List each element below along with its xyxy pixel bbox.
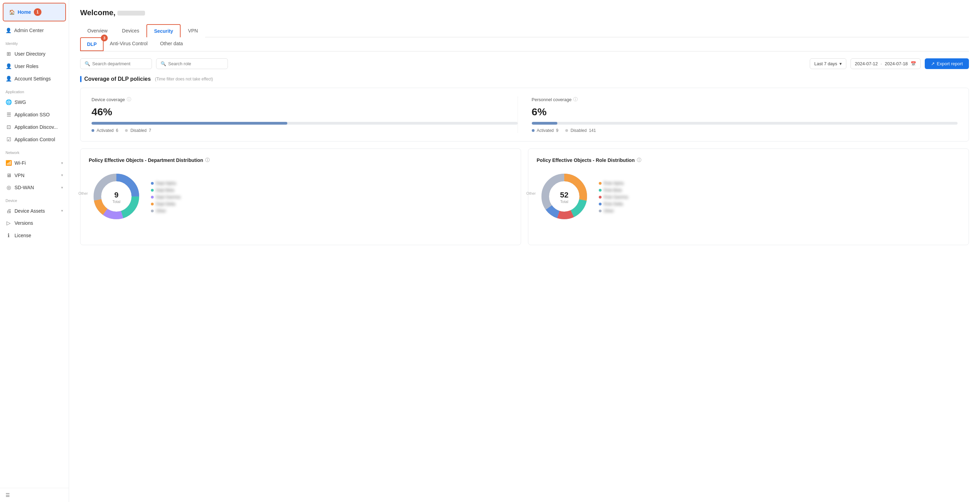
device-coverage-stats: Activated 6 Disabled 7 — [92, 128, 518, 133]
sidebar: 🏠 Home 1 👤 Admin Center Identity ⊞ User … — [0, 0, 69, 502]
dept-chart-legend: Dept Alpha Dept Beta Dept Gamma Dep — [151, 181, 512, 213]
sidebar-item-label: User Directory — [14, 51, 45, 57]
role-donut-label: 52 Total — [560, 191, 568, 204]
coverage-section-title: Coverage of DLP policies (Time filter do… — [80, 76, 969, 82]
personnel-coverage-info-icon[interactable]: ⓘ — [573, 96, 578, 103]
sidebar-item-label: Wi-Fi — [14, 160, 26, 166]
welcome-title: Welcome, — [80, 8, 969, 17]
sub-tab-other-data[interactable]: Other data — [154, 37, 189, 51]
sd-wan-icon: ◎ — [6, 184, 12, 191]
tab-security[interactable]: Security — [146, 24, 181, 37]
sidebar-item-label: Account Settings — [14, 76, 51, 81]
legend-item: Dept Beta — [151, 188, 512, 193]
tab-vpn[interactable]: VPN — [181, 24, 205, 37]
sidebar-item-vpn[interactable]: 🖥 VPN ▾ — [0, 169, 69, 181]
sidebar-item-account-settings[interactable]: 👤 Account Settings — [0, 73, 69, 85]
sidebar-item-versions[interactable]: ▷ Versions — [0, 217, 69, 229]
role-chart-body: Other 52 Total — [537, 169, 960, 225]
personnel-coverage-percent: 6% — [532, 106, 958, 118]
legend-dot-4 — [599, 203, 601, 205]
user-directory-icon: ⊞ — [6, 51, 12, 57]
sidebar-home-label: Home — [18, 10, 31, 15]
coverage-card: Device coverage ⓘ 46% Activated 6 Disab — [80, 88, 969, 141]
sidebar-item-user-directory[interactable]: ⊞ User Directory — [0, 48, 69, 60]
days-dropdown[interactable]: Last 7 days ▾ — [810, 58, 846, 69]
chevron-down-icon: ▾ — [61, 173, 63, 178]
home-icon: 🏠 — [9, 10, 15, 15]
search-department-box[interactable]: 🔍 — [80, 58, 152, 69]
export-report-button[interactable]: ↗ Export report — [925, 58, 969, 69]
dept-chart-info-icon[interactable]: ⓘ — [205, 157, 210, 163]
chevron-down-icon: ▾ — [840, 61, 842, 66]
sidebar-item-application-discov[interactable]: ⊡ Application Discov... — [0, 121, 69, 133]
dept-chart-card: Policy Effective Objects - Department Di… — [80, 148, 521, 245]
dept-donut-label: 9 Total — [112, 191, 120, 204]
calendar-icon: 📅 — [911, 61, 916, 66]
sidebar-item-admin-center[interactable]: 👤 Admin Center — [0, 24, 69, 37]
search-department-input[interactable] — [92, 61, 148, 66]
sidebar-item-license[interactable]: ℹ License — [0, 229, 69, 241]
activated-dot — [532, 129, 535, 132]
device-coverage-label: Device coverage ⓘ — [92, 96, 518, 103]
sub-tab-anti-virus[interactable]: Anti-Virus Control — [103, 37, 154, 51]
role-other-label: Other — [526, 191, 536, 195]
sidebar-item-wifi[interactable]: 📶 Wi-Fi ▾ — [0, 157, 69, 169]
personnel-coverage-progress — [532, 122, 958, 125]
date-range-picker[interactable]: 2024-07-12 - 2024-07-18 📅 — [851, 58, 921, 69]
versions-icon: ▷ — [6, 220, 12, 226]
sidebar-item-label: Application SSO — [14, 112, 50, 118]
account-settings-icon: 👤 — [6, 76, 12, 82]
personnel-disabled-stat: Disabled 141 — [565, 128, 596, 133]
filter-bar: 🔍 🔍 Last 7 days ▾ 2024-07-12 - 2024-07-1… — [80, 58, 969, 69]
section-label-identity: Identity — [0, 37, 69, 48]
sidebar-item-swg[interactable]: 🌐 SWG — [0, 96, 69, 108]
tab-devices[interactable]: Devices — [115, 24, 146, 37]
legend-item: Other — [599, 208, 960, 213]
annotation-badge-1: 1 — [34, 8, 41, 16]
main-content: Welcome, Overview Devices Security VPN D… — [69, 0, 980, 502]
annotation-badge-3: 3 — [101, 35, 108, 41]
export-icon: ↗ — [931, 61, 935, 66]
personnel-coverage-fill — [532, 122, 557, 125]
legend-dot-1 — [599, 182, 601, 185]
role-chart-card: Policy Effective Objects - Role Distribu… — [528, 148, 969, 245]
device-coverage-progress — [92, 122, 518, 125]
charts-row: Policy Effective Objects - Department Di… — [80, 148, 969, 245]
device-disabled-stat: Disabled 7 — [125, 128, 151, 133]
sidebar-collapse-button[interactable]: ☰ — [0, 488, 69, 502]
legend-dot-3 — [151, 196, 154, 199]
activated-dot — [92, 129, 94, 132]
export-label: Export report — [937, 61, 963, 66]
sidebar-item-label: User Roles — [14, 64, 38, 69]
legend-dot-1 — [151, 182, 154, 185]
sidebar-item-device-assets[interactable]: 🖨 Device Assets ▾ — [0, 205, 69, 217]
legend-dot-2 — [151, 189, 154, 192]
sidebar-item-user-roles[interactable]: 👤 User Roles — [0, 60, 69, 73]
legend-item: Dept Alpha — [151, 181, 512, 186]
device-coverage-col: Device coverage ⓘ 46% Activated 6 Disab — [92, 96, 518, 133]
sidebar-item-home[interactable]: 🏠 Home 1 — [3, 3, 66, 21]
disabled-dot — [125, 129, 128, 132]
section-label-network: Network — [0, 146, 69, 157]
device-coverage-info-icon[interactable]: ⓘ — [127, 96, 131, 103]
legend-dot-3 — [599, 196, 601, 199]
sidebar-item-application-sso[interactable]: ☰ Application SSO — [0, 108, 69, 121]
vpn-icon: 🖥 — [6, 172, 12, 178]
sidebar-item-application-control[interactable]: ☑ Application Control — [0, 133, 69, 146]
sidebar-item-label: Device Assets — [14, 208, 45, 214]
legend-item: Role Delta — [599, 202, 960, 207]
sidebar-item-sd-wan[interactable]: ◎ SD-WAN ▾ — [0, 181, 69, 194]
device-coverage-fill — [92, 122, 287, 125]
search-role-box[interactable]: 🔍 — [156, 58, 228, 69]
days-label: Last 7 days — [814, 61, 837, 66]
search-role-input[interactable] — [168, 61, 223, 66]
personnel-coverage-stats: Activated 9 Disabled 141 — [532, 128, 958, 133]
role-chart-info-icon[interactable]: ⓘ — [637, 157, 641, 163]
sub-tab-dlp[interactable]: DLP 3 — [80, 37, 103, 51]
user-roles-icon: 👤 — [6, 63, 12, 69]
sidebar-item-label: Application Control — [14, 137, 55, 142]
tab-overview[interactable]: Overview — [80, 24, 115, 37]
chevron-down-icon: ▾ — [61, 208, 63, 213]
legend-dot-5 — [599, 210, 601, 212]
sidebar-item-label: VPN — [14, 173, 24, 178]
